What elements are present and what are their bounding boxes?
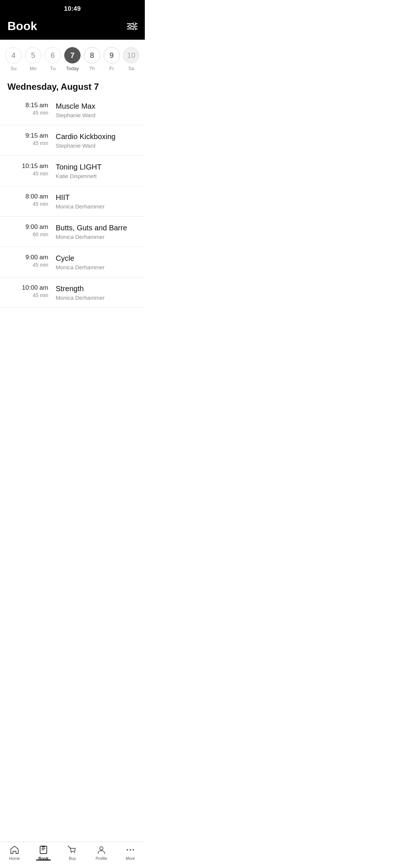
- class-name: Cardio Kickboxing: [56, 132, 137, 141]
- time-display: 10:49: [64, 5, 81, 12]
- class-name: Muscle Max: [56, 102, 137, 111]
- filter-button[interactable]: [127, 23, 137, 30]
- class-item[interactable]: 9:00 am 60 min Butts, Guts and Barre Mon…: [0, 217, 145, 247]
- class-info: Strength Monica Derhammer: [56, 284, 137, 301]
- day-label-6: Tu: [50, 66, 56, 71]
- class-info: Cycle Monica Derhammer: [56, 254, 137, 270]
- class-duration: 45 min: [7, 140, 48, 146]
- class-name: Butts, Guts and Barre: [56, 223, 137, 232]
- class-duration: 45 min: [7, 262, 48, 268]
- day-number-10: 10: [123, 47, 139, 63]
- class-item[interactable]: 9:00 am 45 min Cycle Monica Derhammer: [0, 247, 145, 277]
- filter-icon: [127, 23, 137, 30]
- class-name: Strength: [56, 284, 137, 293]
- class-item[interactable]: 10:15 am 45 min Toning LIGHT Katie Dispe…: [0, 156, 145, 186]
- class-duration: 45 min: [7, 171, 48, 177]
- class-hour: 10:00 am: [7, 284, 48, 292]
- day-label-8: Th: [89, 66, 95, 71]
- calendar-day-9[interactable]: 9 Fr: [103, 47, 121, 71]
- svg-point-1: [133, 23, 136, 25]
- class-info: Cardio Kickboxing Stephanie Ward: [56, 132, 137, 149]
- class-item[interactable]: 8:15 am 45 min Muscle Max Stephanie Ward: [0, 95, 145, 125]
- class-duration: 45 min: [7, 110, 48, 116]
- class-time: 10:15 am 45 min: [7, 162, 48, 177]
- class-instructor: Monica Derhammer: [56, 264, 137, 270]
- class-time: 10:00 am 45 min: [7, 284, 48, 298]
- class-instructor: Stephanie Ward: [56, 112, 137, 118]
- class-name: Toning LIGHT: [56, 162, 137, 171]
- class-info: Muscle Max Stephanie Ward: [56, 102, 137, 118]
- class-instructor: Stephanie Ward: [56, 142, 137, 149]
- class-instructor: Monica Derhammer: [56, 203, 137, 210]
- header: Book: [0, 15, 145, 40]
- day-label-4: Su: [10, 66, 16, 71]
- day-number-7: 7: [64, 47, 81, 63]
- class-duration: 45 min: [7, 292, 48, 298]
- class-time: 8:00 am 45 min: [7, 193, 48, 207]
- class-list: 8:15 am 45 min Muscle Max Stephanie Ward…: [0, 95, 145, 345]
- class-time: 9:15 am 45 min: [7, 132, 48, 146]
- class-info: HIIT Monica Derhammer: [56, 193, 137, 210]
- class-item[interactable]: 8:00 am 45 min HIIT Monica Derhammer: [0, 186, 145, 217]
- class-hour: 9:15 am: [7, 132, 48, 139]
- day-label-7: Today: [66, 66, 79, 71]
- class-item[interactable]: 10:00 am 45 min Strength Monica Derhamme…: [0, 277, 145, 308]
- calendar-day-5[interactable]: 5 Mo: [24, 47, 42, 71]
- day-number-8: 8: [84, 47, 100, 63]
- class-duration: 60 min: [7, 231, 48, 237]
- calendar-day-10[interactable]: 10 Sa: [122, 47, 140, 71]
- class-time: 9:00 am 45 min: [7, 254, 48, 268]
- class-instructor: Katie Dispennett: [56, 173, 137, 179]
- calendar-strip: 4 Su 5 Mo 6 Tu 7 Today 8 Th 9 Fr 10 Sa: [0, 40, 145, 76]
- class-item[interactable]: 9:15 am 45 min Cardio Kickboxing Stephan…: [0, 125, 145, 156]
- class-name: HIIT: [56, 193, 137, 202]
- class-hour: 8:15 am: [7, 102, 48, 109]
- class-instructor: Monica Derhammer: [56, 234, 137, 240]
- page-title: Book: [7, 19, 37, 33]
- svg-point-5: [133, 27, 136, 30]
- class-duration: 45 min: [7, 201, 48, 207]
- calendar-day-4[interactable]: 4 Su: [4, 47, 22, 71]
- day-label-10: Sa: [128, 66, 134, 71]
- class-name: Cycle: [56, 254, 137, 263]
- class-hour: 9:00 am: [7, 223, 48, 231]
- day-label-9: Fr: [110, 66, 114, 71]
- calendar-day-8[interactable]: 8 Th: [83, 47, 101, 71]
- day-label-5: Mo: [30, 66, 36, 71]
- status-bar: 10:49: [0, 0, 145, 15]
- day-number-5: 5: [25, 47, 41, 63]
- class-hour: 9:00 am: [7, 254, 48, 261]
- class-hour: 8:00 am: [7, 193, 48, 200]
- day-number-6: 6: [45, 47, 61, 63]
- calendar-day-7[interactable]: 7 Today: [63, 47, 81, 71]
- day-number-4: 4: [5, 47, 22, 63]
- class-info: Toning LIGHT Katie Dispennett: [56, 162, 137, 179]
- svg-point-3: [129, 25, 131, 27]
- day-number-9: 9: [104, 47, 120, 63]
- calendar-day-6[interactable]: 6 Tu: [44, 47, 62, 71]
- class-info: Butts, Guts and Barre Monica Derhammer: [56, 223, 137, 240]
- date-heading: Wednesday, August 7: [0, 76, 145, 95]
- class-time: 9:00 am 60 min: [7, 223, 48, 237]
- class-instructor: Monica Derhammer: [56, 295, 137, 301]
- class-hour: 10:15 am: [7, 162, 48, 170]
- class-time: 8:15 am 45 min: [7, 102, 48, 116]
